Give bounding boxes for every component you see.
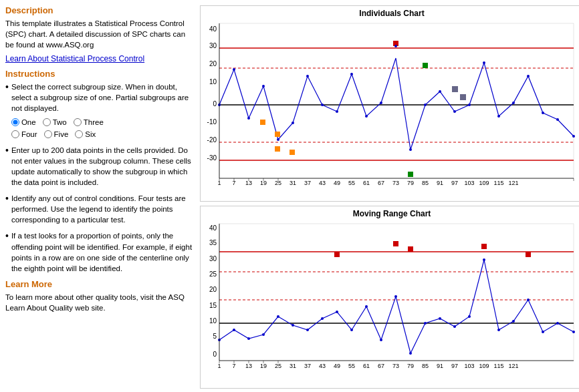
dot-24 <box>556 118 559 121</box>
x-label-91: 91 <box>437 180 443 186</box>
mr-y-25: 25 <box>209 270 217 278</box>
y-label-30: 30 <box>209 42 217 49</box>
mr-dot-23 <box>542 331 544 333</box>
mr-x-109: 109 <box>479 363 489 369</box>
dot-8 <box>321 104 324 106</box>
radio-four[interactable]: Four <box>11 129 37 140</box>
moving-range-chart-container: Moving Range Chart 40 35 30 25 20 15 10 … <box>200 206 579 389</box>
mr-dot-24 <box>556 322 559 325</box>
mr-dot-11 <box>365 305 368 308</box>
dot-12 <box>380 102 382 104</box>
x-label-85: 85 <box>422 180 429 186</box>
radio-one[interactable]: One <box>11 117 36 128</box>
mr-dot-10 <box>350 329 353 331</box>
radio-two[interactable]: Two <box>43 117 67 128</box>
mr-red-point-2 <box>393 241 398 246</box>
mr-dot-3 <box>247 337 250 340</box>
mr-dot-2 <box>233 329 235 331</box>
instructions-title: Instructions <box>5 69 195 79</box>
x-label-97: 97 <box>451 180 458 186</box>
orange-point-2 <box>275 132 280 137</box>
description-title: Description <box>5 5 195 15</box>
y-label-20: 20 <box>209 60 217 67</box>
radio-three[interactable]: Three <box>74 117 104 128</box>
mr-x-103: 103 <box>464 363 474 369</box>
mr-dot-17 <box>453 325 456 328</box>
mr-dot-7 <box>306 329 309 331</box>
dot-4 <box>262 85 265 87</box>
mr-dot-20 <box>497 329 500 331</box>
mr-dot-22 <box>527 299 530 301</box>
instruction-item-3: • Identify any out of control conditions… <box>5 193 195 225</box>
moving-range-chart-svg: 40 35 30 25 20 15 10 5 0 <box>205 220 579 385</box>
mr-x-7: 7 <box>232 363 235 369</box>
x-label-103: 103 <box>464 180 474 186</box>
y-label-neg10: -10 <box>207 118 217 126</box>
mr-y-35: 35 <box>209 239 217 246</box>
mr-dot-8 <box>321 317 324 320</box>
dot-5 <box>277 138 279 141</box>
instruction-text-1: Select the correct subgroup size. When i… <box>11 81 195 139</box>
mr-dot-18 <box>468 315 471 318</box>
purple-point-1 <box>452 86 458 92</box>
right-panel: Individuals Chart 40 30 20 10 0 -10 -20 … <box>200 5 579 389</box>
mr-red-point-4 <box>481 244 487 249</box>
orange-point-1 <box>260 120 265 125</box>
mr-dot-13 <box>394 295 397 298</box>
learn-about-spc-link[interactable]: Learn About Statistical Process Control <box>5 54 195 63</box>
x-label-37: 37 <box>304 180 311 186</box>
mr-dot-6 <box>292 324 294 327</box>
mr-x-37: 37 <box>304 363 311 369</box>
dot-9 <box>336 110 338 113</box>
green-point-1 <box>408 172 413 177</box>
mr-x-55: 55 <box>348 363 355 369</box>
mr-red-point-1 <box>334 252 340 257</box>
mr-y-30: 30 <box>209 255 217 262</box>
mr-x-91: 91 <box>437 363 443 369</box>
bullet-2: • <box>5 145 9 188</box>
mr-y-0: 0 <box>213 351 217 358</box>
dot-3 <box>247 117 250 120</box>
radio-six[interactable]: Six <box>75 129 96 140</box>
mr-x-85: 85 <box>422 363 429 369</box>
bullet-1: • <box>5 81 9 139</box>
orange-point-4 <box>290 150 295 155</box>
dot-18 <box>468 104 471 106</box>
x-label-109: 109 <box>479 180 489 186</box>
mr-dot-21 <box>512 320 515 323</box>
mr-y-10: 10 <box>209 317 217 325</box>
mr-x-49: 49 <box>334 363 340 369</box>
bullet-4: • <box>5 230 9 273</box>
bullet-3: • <box>5 193 9 225</box>
dot-23 <box>542 112 544 114</box>
x-label-49: 49 <box>334 180 340 186</box>
learn-more-text: To learn more about other quality tools,… <box>5 292 195 313</box>
dot-14 <box>409 148 412 151</box>
x-label-61: 61 <box>363 180 370 186</box>
orange-point-3 <box>275 146 280 152</box>
mr-x-121: 121 <box>508 363 518 369</box>
dot-15 <box>424 104 427 106</box>
dot-17 <box>453 110 456 113</box>
mr-x-31: 31 <box>290 363 296 369</box>
dot-2 <box>233 68 235 71</box>
mr-x-67: 67 <box>378 363 384 369</box>
moving-range-chart-title: Moving Range Chart <box>205 209 579 218</box>
dot-21 <box>512 102 515 104</box>
mr-dot-15 <box>424 322 427 325</box>
dot-6 <box>292 122 294 124</box>
mr-dot-16 <box>439 317 441 320</box>
x-label-73: 73 <box>392 180 399 186</box>
subgroup-radio-group[interactable]: One Two Three Four <box>11 117 195 140</box>
dot-7 <box>306 75 309 77</box>
mr-y-5: 5 <box>213 333 217 340</box>
instruction-item-2: • Enter up to 200 data points in the cel… <box>5 145 195 188</box>
radio-five[interactable]: Five <box>44 129 69 140</box>
mr-x-43: 43 <box>319 363 326 369</box>
x-label-115: 115 <box>493 180 503 186</box>
instructions-list: • Select the correct subgroup size. When… <box>5 81 195 274</box>
mr-x-61: 61 <box>363 363 370 369</box>
dot-20 <box>497 115 500 118</box>
y-label-neg20: -20 <box>207 136 217 144</box>
mr-dot-12 <box>380 339 382 341</box>
